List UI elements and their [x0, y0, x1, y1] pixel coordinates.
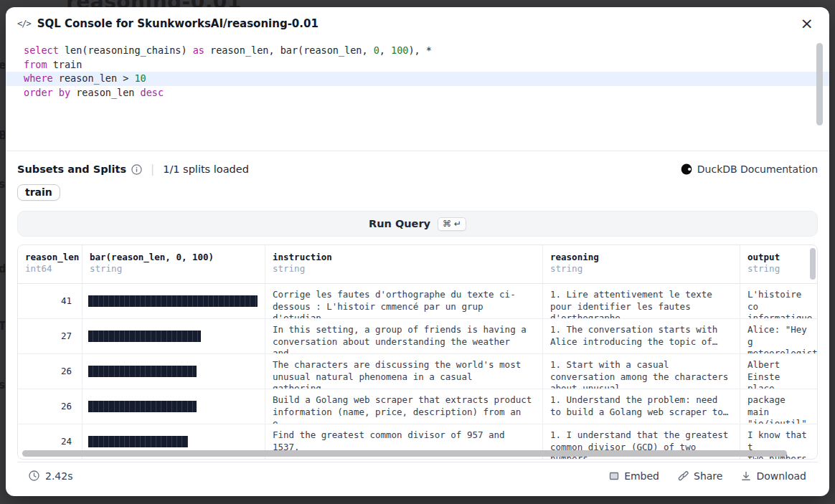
cell-bar: [82, 284, 265, 318]
sql-token: 10: [134, 72, 146, 84]
sql-token: train: [47, 59, 82, 70]
table-vertical-scrollbar[interactable]: [810, 248, 816, 280]
cell-reason-len: 26: [18, 354, 82, 389]
sql-console-dialog: </> SQL Console for SkunkworksAI/reasoni…: [6, 7, 829, 496]
table-header-row: reason_lenint64bar(reason_len, 0, 100)st…: [18, 245, 817, 284]
duckdb-documentation-label: DuckDB Documentation: [697, 163, 818, 175]
divider: |: [151, 163, 154, 176]
embed-button[interactable]: Embed: [609, 470, 659, 482]
sql-token: reason_len, bar(reason_len,: [204, 44, 374, 56]
sql-editor-lines: select len(reasoning_chains) as reason_l…: [6, 44, 829, 100]
cell-instruction: Build a Golang web scraper that extracts…: [265, 389, 542, 424]
cell-reason-len: 27: [18, 319, 82, 353]
table-row: 27In this setting, a group of friends is…: [18, 319, 817, 354]
bar-glyph: [88, 401, 197, 412]
subsets-row: Subsets and Splits | 1/1 splits loaded D…: [17, 161, 818, 177]
sql-token: by: [59, 87, 70, 98]
cell-instruction: Corrige les fautes d'orthographe du text…: [265, 284, 542, 318]
column-name: output: [747, 252, 810, 262]
embed-icon: [609, 471, 619, 481]
column-header-output: outputstring: [740, 245, 817, 283]
bar-glyph: [88, 366, 197, 377]
cell-instruction: In this setting, a group of friends is h…: [265, 319, 542, 353]
cell-bar: [82, 389, 265, 424]
cell-reasoning: 1. Lire attentivement le texte pour iden…: [542, 284, 740, 318]
split-chips: train: [17, 184, 818, 201]
info-icon[interactable]: [131, 164, 142, 175]
dialog-title: SQL Console for SkunkworksAI/reasoning-0…: [37, 17, 798, 30]
query-duration: 2.42s: [29, 470, 72, 482]
background-letter-fragment: B: [0, 129, 5, 142]
clock-icon: [29, 470, 39, 481]
table-horizontal-scrollbar[interactable]: [22, 450, 787, 457]
download-icon: [741, 471, 751, 481]
background-letter-fragment: e: [0, 59, 5, 72]
column-type: string: [90, 263, 258, 274]
splits-loaded-status: 1/1 splits loaded: [163, 163, 249, 175]
background-letter-fragment: T: [0, 320, 5, 333]
duckdb-documentation-link[interactable]: DuckDB Documentation: [681, 163, 818, 175]
keyboard-shortcut-badge: ⌘ ↵: [438, 217, 466, 231]
split-chip-train[interactable]: train: [17, 184, 60, 201]
sql-code-line: order by reason_len desc: [6, 86, 829, 100]
sql-token: order: [24, 87, 53, 98]
table-body: 41Corrige les fautes d'orthographe du te…: [18, 284, 817, 460]
column-type: string: [747, 263, 810, 274]
results-table: reason_lenint64bar(reason_len, 0, 100)st…: [17, 244, 818, 460]
background-letter-fragment: d: [0, 262, 5, 275]
column-type: string: [273, 263, 535, 274]
run-query-label: Run Query: [369, 218, 430, 229]
share-label: Share: [694, 470, 722, 482]
embed-label: Embed: [624, 470, 659, 482]
cell-output: L'histoire co informatique: [740, 284, 817, 318]
cell-reasoning: 1. Understand the problem: need to build…: [542, 389, 740, 424]
console-body: Subsets and Splits | 1/1 splits loaded D…: [6, 151, 829, 496]
column-header-instruction: instructionstring: [265, 245, 542, 283]
background-letter-fragment: s: [0, 379, 5, 391]
subsets-and-splits-label: Subsets and Splits: [17, 163, 126, 175]
sql-token: len(reasoning_chains): [59, 44, 193, 56]
bar-glyph: [88, 436, 188, 447]
cell-reason-len: 41: [18, 284, 82, 318]
duckdb-logo-icon: [681, 163, 692, 175]
sql-token: 100: [391, 44, 408, 56]
sql-editor[interactable]: select len(reasoning_chains) as reason_l…: [6, 40, 829, 151]
sql-token: [53, 87, 59, 98]
bar-glyph: [88, 295, 258, 307]
sql-code-line: select len(reasoning_chains) as reason_l…: [6, 44, 829, 58]
background-letter-fragment: s: [0, 178, 5, 191]
column-name: bar(reason_len, 0, 100): [90, 252, 258, 262]
query-duration-value: 2.42s: [45, 470, 72, 482]
table-row: 26The characters are discussing the worl…: [18, 354, 817, 389]
column-type: int64: [25, 263, 75, 274]
sql-token: 0: [374, 44, 379, 56]
footer-actions: Embed Share Download: [609, 470, 806, 482]
column-name: reason_len: [25, 252, 75, 262]
download-label: Download: [756, 470, 806, 482]
sql-code-line: from train: [6, 58, 829, 72]
column-header-reasoning: reasoningstring: [542, 245, 740, 283]
sql-token: reason_len: [70, 87, 141, 98]
code-icon: </>: [17, 19, 31, 29]
run-query-button[interactable]: Run Query ⌘ ↵: [17, 211, 818, 237]
column-name: reasoning: [550, 252, 732, 262]
sql-token: as: [193, 44, 204, 56]
sql-token: select: [24, 44, 59, 56]
cell-reason-len: 26: [18, 389, 82, 424]
cell-instruction: The characters are discussing the world'…: [265, 354, 542, 389]
cell-bar: [82, 354, 265, 389]
sql-token: ,: [379, 44, 391, 56]
sql-token: from: [24, 59, 47, 70]
column-header-bar-reason-len-0-100-: bar(reason_len, 0, 100)string: [82, 245, 265, 283]
share-button[interactable]: Share: [678, 470, 722, 482]
cell-bar: [82, 319, 265, 353]
download-button[interactable]: Download: [741, 470, 806, 482]
sql-token: reason_len >: [53, 72, 135, 84]
table-row: 41Corrige les fautes d'orthographe du te…: [18, 284, 817, 319]
sql-token: where: [24, 72, 53, 84]
cell-reasoning: 1. Start with a casual conversation amon…: [542, 354, 740, 389]
sql-token: ), *: [408, 44, 432, 56]
close-icon[interactable]: ×: [798, 14, 816, 33]
editor-vertical-scrollbar[interactable]: [816, 43, 823, 125]
column-type: string: [550, 263, 732, 274]
